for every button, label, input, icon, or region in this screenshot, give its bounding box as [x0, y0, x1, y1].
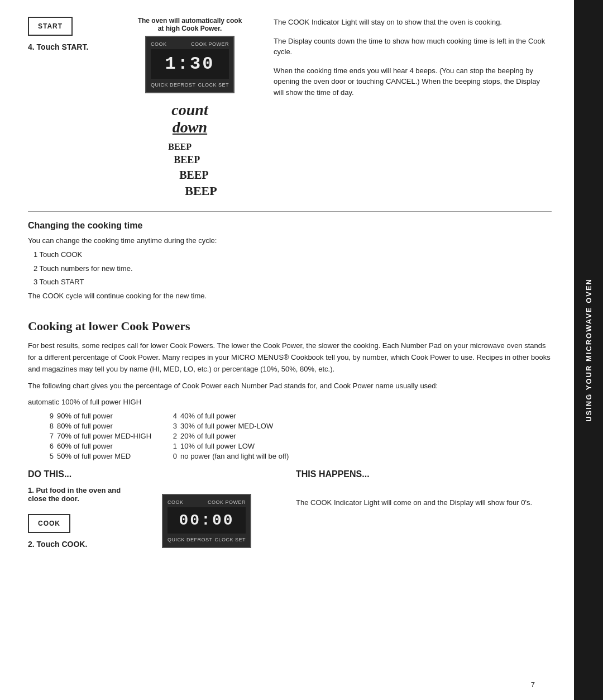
changing-title: Changing the cooking time	[28, 221, 552, 231]
power-row: 550% of full power MED	[45, 452, 151, 460]
start-button-box[interactable]: START	[28, 17, 73, 36]
right-para3: When the cooking time ends you will hear…	[274, 65, 552, 98]
power-text: 80% of full power	[57, 422, 113, 430]
power-num: 8	[45, 422, 54, 430]
do-this-col: DO THIS... 1. Put food in the oven and c…	[28, 469, 140, 554]
display-top-labels-2: COOK COOK POWER	[168, 499, 246, 505]
power-row: 440% of full power	[168, 412, 289, 420]
display-label2-clockset: CLOCK SET	[214, 537, 246, 542]
power-row: 880% of full power	[45, 422, 151, 430]
display-label2-quickdefrost: QUICK DEFROST	[168, 537, 213, 542]
power-text: 40% of full power	[180, 412, 236, 420]
power-row: 110% of full power LOW	[168, 442, 289, 450]
display-bottom-labels-1: QUICK DEFROST CLOCK SET	[151, 82, 229, 88]
step-2: 2 Touch numbers for new time.	[34, 263, 552, 275]
page-container: START 4. Touch START. The oven will auto…	[0, 0, 603, 700]
power-row: 660% of full power	[45, 442, 151, 450]
beep-text: BEEP BEEP BEEP BEEP	[162, 141, 217, 200]
power-col-right: 440% of full power330% of full power MED…	[168, 412, 289, 460]
power-row: 220% of full power	[168, 432, 289, 440]
section-start: START 4. Touch START. The oven will auto…	[28, 17, 552, 200]
power-num: 1	[168, 442, 177, 450]
step1-label: 1. Put food in the oven and close the do…	[28, 486, 140, 503]
power-num: 0	[168, 452, 177, 460]
section-changing: Changing the cooking time You can change…	[28, 211, 552, 302]
display-label-clockset: CLOCK SET	[198, 82, 229, 88]
down-word: down	[173, 118, 207, 136]
count-word: count	[171, 101, 208, 118]
power-text: 90% of full power	[57, 412, 113, 420]
power-num: 5	[45, 452, 54, 460]
power-num: 2	[168, 432, 177, 440]
do-this-section: DO THIS... 1. Put food in the oven and c…	[28, 469, 552, 554]
center-column: The oven will automatically cook at high…	[134, 17, 246, 200]
power-chart: 990% of full power880% of full power770%…	[45, 412, 552, 460]
display-label2-cook: COOK	[168, 499, 184, 505]
this-happens-header: THIS HAPPENS...	[296, 469, 552, 479]
page-number: 7	[531, 680, 535, 689]
do-this-header: DO THIS...	[28, 469, 140, 479]
changing-intro: You can change the cooking time anytime …	[28, 235, 552, 247]
display-top-labels-1: COOK COOK POWER	[151, 41, 229, 47]
step-1: 1 Touch COOK	[34, 249, 552, 261]
power-row: 330% of full power MED-LOW	[168, 422, 289, 430]
beep2: BEEP	[174, 153, 217, 167]
this-happens-text: The COOK Indicator Light will come on an…	[296, 486, 552, 508]
headline: The oven will automatically cook at high…	[134, 17, 246, 32]
step-3: 3 Touch START	[34, 277, 552, 288]
lower-powers-title: Cooking at lower Cook Powers	[28, 319, 552, 334]
power-text: 60% of full power	[57, 442, 113, 450]
power-row: 990% of full power	[45, 412, 151, 420]
power-num: 6	[45, 442, 54, 450]
microwave-display-1: COOK COOK POWER 1:30 QUICK DEFROST CLOCK…	[145, 36, 234, 93]
right-para2: The Display counts down the time to show…	[274, 36, 552, 58]
display-label2-cookpower: COOK POWER	[208, 499, 246, 505]
display-screen-1: 1:30	[151, 49, 229, 79]
power-text: 30% of full power MED-LOW	[180, 422, 273, 430]
display-time: 1:30	[165, 54, 215, 74]
left-column: START 4. Touch START.	[28, 17, 117, 200]
display-label-cookpower: COOK POWER	[191, 41, 229, 47]
main-content: START 4. Touch START. The oven will auto…	[0, 0, 574, 700]
display-label-quickdefrost: QUICK DEFROST	[151, 82, 196, 88]
power-num: 3	[168, 422, 177, 430]
power-num: 4	[168, 412, 177, 420]
count-down-text: count down	[171, 102, 208, 136]
display-col: COOK COOK POWER 00:00 QUICK DEFROST CLOC…	[162, 469, 274, 554]
lower-powers-para2: The following chart gives you the percen…	[28, 380, 552, 392]
changing-steps: 1 Touch COOK 2 Touch numbers for new tim…	[34, 249, 552, 288]
power-text: 50% of full power MED	[57, 452, 131, 460]
auto-power-line: automatic 100% of full power HIGH	[28, 398, 552, 406]
beep1: BEEP	[168, 141, 217, 153]
power-text: no power (fan and light will be off)	[180, 452, 289, 460]
power-row: 0no power (fan and light will be off)	[168, 452, 289, 460]
display-bottom-labels-2: QUICK DEFROST CLOCK SET	[168, 537, 246, 542]
power-text: 70% of full power MED-HIGH	[57, 432, 151, 440]
power-num: 9	[45, 412, 54, 420]
right-para1: The COOK Indicator Light will stay on to…	[274, 17, 552, 28]
sidebar-text: USING YOUR MICROWAVE OVEN	[585, 278, 593, 422]
touch-start-label: 4. Touch START.	[28, 42, 88, 51]
display-zeros: 00:00	[179, 512, 234, 529]
power-col-left: 990% of full power880% of full power770%…	[45, 412, 151, 460]
changing-note: The COOK cycle will continue cooking for…	[28, 291, 552, 302]
right-column: The COOK Indicator Light will stay on to…	[262, 17, 552, 200]
power-text: 10% of full power LOW	[180, 442, 255, 450]
touch-cook-label: 2. Touch COOK.	[28, 540, 140, 549]
power-row: 770% of full power MED-HIGH	[45, 432, 151, 440]
display-label-cook: COOK	[151, 41, 167, 47]
section-lower-powers: Cooking at lower Cook Powers For best re…	[28, 319, 552, 554]
display-screen-2: 00:00	[168, 507, 246, 534]
power-num: 7	[45, 432, 54, 440]
this-happens-col: THIS HAPPENS... The COOK Indicator Light…	[296, 469, 552, 554]
power-text: 20% of full power	[180, 432, 236, 440]
right-sidebar: USING YOUR MICROWAVE OVEN	[574, 0, 603, 700]
lower-powers-para1: For best results, some recipes call for …	[28, 340, 552, 375]
beep4: BEEP	[185, 183, 217, 200]
beep3: BEEP	[179, 167, 217, 183]
microwave-display-2: COOK COOK POWER 00:00 QUICK DEFROST CLOC…	[162, 494, 251, 548]
cook-button-box[interactable]: COOK	[28, 514, 70, 533]
